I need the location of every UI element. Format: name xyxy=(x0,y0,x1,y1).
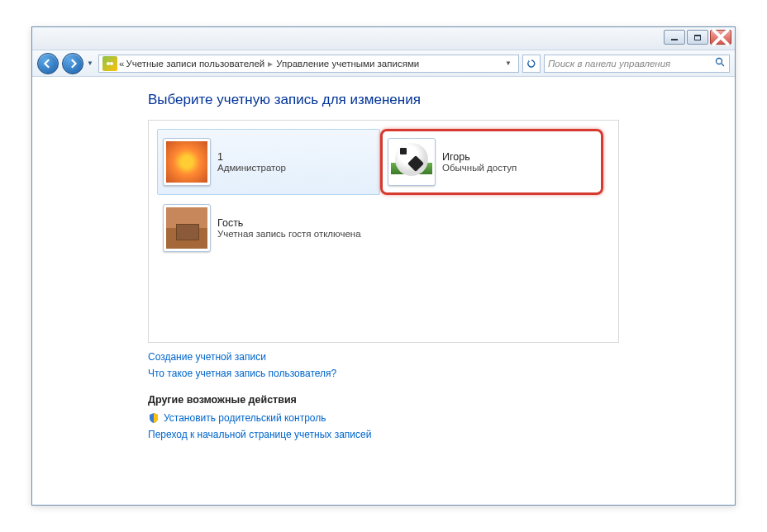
account-name: 1 xyxy=(217,151,286,163)
nav-history-dropdown[interactable]: ▼ xyxy=(87,59,95,67)
avatar xyxy=(388,138,436,186)
maximize-button[interactable] xyxy=(687,30,708,45)
accounts-list: 1 Администратор Игорь Обычный доступ xyxy=(148,120,619,343)
other-actions-heading: Другие возможные действия xyxy=(148,394,735,406)
search-icon[interactable] xyxy=(715,57,726,69)
breadcrumb[interactable]: « Учетные записи пользователей ▸ Управле… xyxy=(98,55,519,73)
breadcrumb-item[interactable]: Учетные записи пользователей xyxy=(126,59,264,69)
svg-line-3 xyxy=(722,64,724,66)
breadcrumb-dropdown-icon[interactable]: ▼ xyxy=(502,59,515,67)
parental-control-link[interactable]: Установить родительский контроль xyxy=(148,412,735,424)
back-button[interactable] xyxy=(37,53,59,74)
avatar xyxy=(163,138,211,186)
account-role: Администратор xyxy=(217,163,286,173)
parental-control-label: Установить родительский контроль xyxy=(164,412,326,424)
accounts-home-link[interactable]: Переход к начальной странице учетных зап… xyxy=(148,429,735,440)
control-panel-icon xyxy=(102,56,117,71)
control-panel-window: ▼ « Учетные записи пользователей ▸ Управ… xyxy=(31,26,736,506)
flower-icon xyxy=(166,141,207,183)
page-title: Выберите учетную запись для изменения xyxy=(148,92,735,108)
account-name: Гость xyxy=(217,217,361,229)
titlebar xyxy=(32,27,735,50)
soccer-ball-icon xyxy=(395,143,428,176)
suitcase-icon xyxy=(166,207,207,249)
account-item-user[interactable]: Игорь Обычный доступ xyxy=(380,129,603,195)
close-button[interactable] xyxy=(710,30,731,45)
svg-point-0 xyxy=(107,62,110,65)
breadcrumb-item[interactable]: Управление учетными записями xyxy=(276,59,419,69)
svg-point-2 xyxy=(717,59,722,64)
search-input[interactable]: Поиск в панели управления xyxy=(544,55,730,73)
account-role: Обычный доступ xyxy=(442,163,517,173)
account-name: Игорь xyxy=(442,151,517,163)
forward-button[interactable] xyxy=(62,53,83,74)
account-item-admin[interactable]: 1 Администратор xyxy=(157,129,380,195)
create-account-link[interactable]: Создание учетной записи xyxy=(148,351,735,363)
account-info: Гость Учетная запись гостя отключена xyxy=(217,217,361,239)
refresh-button[interactable] xyxy=(522,55,541,73)
avatar xyxy=(163,204,211,252)
account-info: Игорь Обычный доступ xyxy=(442,151,517,173)
minimize-button[interactable] xyxy=(664,30,685,45)
shield-icon xyxy=(148,412,160,424)
content-area: Выберите учетную запись для изменения 1 … xyxy=(32,77,735,440)
account-item-guest[interactable]: Гость Учетная запись гостя отключена xyxy=(157,195,380,261)
what-is-account-link[interactable]: Что такое учетная запись пользователя? xyxy=(148,368,735,379)
account-role: Учетная запись гостя отключена xyxy=(217,229,361,239)
breadcrumb-prefix: « xyxy=(119,59,124,69)
search-placeholder: Поиск в панели управления xyxy=(548,59,715,69)
breadcrumb-separator-icon: ▸ xyxy=(266,58,274,69)
navbar: ▼ « Учетные записи пользователей ▸ Управ… xyxy=(32,50,735,77)
links-section: Создание учетной записи Что такое учетна… xyxy=(148,351,735,379)
svg-point-1 xyxy=(110,62,113,65)
account-info: 1 Администратор xyxy=(217,151,286,173)
